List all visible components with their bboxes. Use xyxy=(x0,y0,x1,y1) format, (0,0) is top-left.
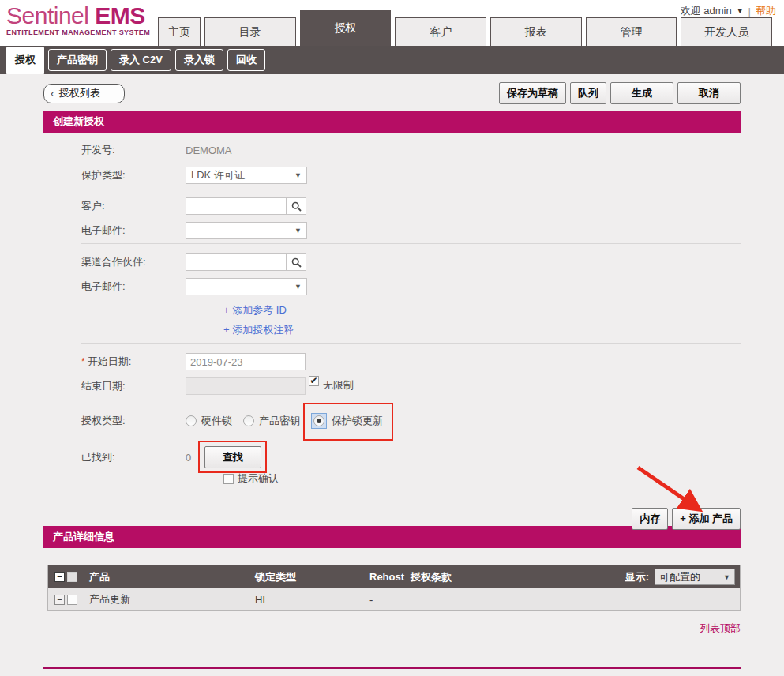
column-product: 产品 xyxy=(89,570,255,584)
back-label: 授权列表 xyxy=(59,86,100,100)
partner-email-select[interactable]: ▼ xyxy=(186,278,307,295)
radio-protection-key-update[interactable]: 保护锁更新 xyxy=(311,413,383,429)
radio-product-key-label: 产品密钥 xyxy=(259,414,300,428)
form-separator xyxy=(81,400,741,400)
secondary-nav: 授权 产品密钥 录入 C2V 录入锁 回收 xyxy=(0,46,784,74)
entitlement-type-label: 授权类型: xyxy=(43,414,186,428)
found-label: 已找到: xyxy=(43,450,186,464)
channel-partner-input[interactable] xyxy=(186,254,287,271)
protection-type-value: LDK 许可证 xyxy=(191,168,245,182)
back-to-entitlement-list-button[interactable]: ‹ 授权列表 xyxy=(43,84,125,103)
radio-protection-key-update-label: 保护锁更新 xyxy=(332,414,383,428)
add-ref-id-link[interactable]: + 添加参考 ID xyxy=(223,303,741,317)
show-label: 显示: xyxy=(625,570,649,584)
subtab-entitlements[interactable]: 授权 xyxy=(6,47,44,74)
top-header: Sentinel EMS ENTITLEMENT MANAGEMENT SYST… xyxy=(0,0,784,46)
tab-catalog[interactable]: 目录 xyxy=(204,17,296,46)
search-icon xyxy=(291,201,302,212)
create-entitlement-section-title: 创建新授权 xyxy=(43,111,741,133)
logo-title-light: Sentinel xyxy=(6,2,95,28)
start-date-label-text: 开始日期: xyxy=(88,355,132,367)
save-draft-button[interactable]: 保存为草稿 xyxy=(499,82,566,104)
radio-icon xyxy=(186,415,197,426)
select-caret-icon: ▼ xyxy=(294,171,302,179)
product-action-row: 内存 + 添加 产品 xyxy=(43,508,741,530)
tab-entitlements[interactable]: 授权 xyxy=(300,10,392,46)
products-table-header: − 产品 锁定类型 Rehost 授权条款 显示: 可配置的 ▼ xyxy=(48,565,740,588)
queue-button[interactable]: 队列 xyxy=(570,82,606,104)
customer-input[interactable] xyxy=(186,197,287,215)
column-rehost: Rehost xyxy=(369,571,411,583)
sentinel-ems-logo: Sentinel EMS ENTITLEMENT MANAGEMENT SYST… xyxy=(6,4,150,36)
products-table: − 产品 锁定类型 Rehost 授权条款 显示: 可配置的 ▼ − 产品更新 … xyxy=(47,565,741,611)
customer-email-label: 电子邮件: xyxy=(43,223,186,238)
radio-product-key[interactable]: 产品密钥 xyxy=(243,414,300,428)
start-date-input[interactable] xyxy=(186,353,306,370)
cell-product: 产品更新 xyxy=(89,592,255,607)
column-license-terms: 授权条款 xyxy=(411,570,625,584)
top-of-list-row: 列表顶部 xyxy=(43,621,741,636)
collapse-all-icon[interactable]: − xyxy=(54,572,65,582)
search-icon xyxy=(291,257,302,268)
top-of-list-link[interactable]: 列表顶部 xyxy=(700,622,741,634)
select-caret-icon: ▼ xyxy=(294,283,302,291)
logo-title-bold: EMS xyxy=(95,2,145,28)
add-entitlement-comment-link[interactable]: + 添加授权注释 xyxy=(223,323,741,337)
add-product-button[interactable]: + 添加 产品 xyxy=(672,508,741,530)
confirm-checkbox-label: 提示确认 xyxy=(238,471,279,486)
tab-customers[interactable]: 客户 xyxy=(395,17,486,46)
subtab-revoke[interactable]: 回收 xyxy=(227,49,265,71)
found-count: 0 xyxy=(186,452,203,464)
channel-partner-search-button[interactable] xyxy=(286,254,306,271)
subtab-checkin-key[interactable]: 录入锁 xyxy=(175,49,223,71)
unlimited-checkbox[interactable]: ✔ xyxy=(309,376,319,386)
radio-focus-highlight xyxy=(311,413,327,429)
back-chevron-icon: ‹ xyxy=(51,87,54,100)
subtab-checkin-c2v[interactable]: 录入 C2V xyxy=(111,49,171,71)
row-checkbox[interactable] xyxy=(67,595,77,605)
select-all-checkbox[interactable] xyxy=(67,572,77,582)
dev-id-label: 开发号: xyxy=(43,143,186,157)
sentinel-ems-page: Sentinel EMS ENTITLEMENT MANAGEMENT SYST… xyxy=(0,0,784,676)
collapse-row-icon[interactable]: − xyxy=(54,595,65,605)
form-separator xyxy=(81,243,741,244)
radio-icon xyxy=(243,415,254,426)
select-caret-icon: ▼ xyxy=(723,573,730,581)
unlimited-checkbox-label: 无限制 xyxy=(323,378,354,392)
customer-email-select[interactable]: ▼ xyxy=(186,222,307,239)
cell-locking-type: HL xyxy=(255,594,369,606)
tab-developers[interactable]: 开发人员 xyxy=(681,17,772,46)
entitlement-type-radio-group: 硬件锁 产品密钥 保护锁更新 xyxy=(186,413,383,429)
top-action-buttons: 保存为草稿 队列 生成 取消 xyxy=(499,82,741,104)
memory-button[interactable]: 内存 xyxy=(632,508,668,530)
select-caret-icon: ▼ xyxy=(294,227,302,235)
produce-button[interactable]: 生成 xyxy=(610,82,673,104)
tab-home[interactable]: 主页 xyxy=(158,17,201,46)
partner-email-label: 电子邮件: xyxy=(43,280,186,294)
cancel-button[interactable]: 取消 xyxy=(677,82,741,104)
top-toolbar: ‹ 授权列表 保存为草稿 队列 生成 取消 xyxy=(43,82,741,104)
logo-tagline: ENTITLEMENT MANAGEMENT SYSTEM xyxy=(6,28,150,36)
primary-nav: 主页 目录 授权 客户 报表 管理 开发人员 xyxy=(158,10,772,46)
dev-id-value: DEMOMA xyxy=(186,145,232,156)
column-locking-type: 锁定类型 xyxy=(255,570,369,584)
customer-label: 客户: xyxy=(43,199,186,213)
show-filter-value: 可配置的 xyxy=(659,570,700,584)
end-date-label: 结束日期: xyxy=(43,379,186,393)
cell-rehost: - xyxy=(369,594,411,606)
tab-reports[interactable]: 报表 xyxy=(490,17,582,46)
protection-type-select[interactable]: LDK 许可证 ▼ xyxy=(186,167,307,184)
subtab-product-keys[interactable]: 产品密钥 xyxy=(48,49,107,71)
required-asterisk: * xyxy=(81,356,85,367)
radio-hardware-key[interactable]: 硬件锁 xyxy=(186,414,232,428)
bottom-separator xyxy=(43,667,741,669)
logo-title: Sentinel EMS xyxy=(6,4,150,28)
channel-partner-label: 渠道合作伙伴: xyxy=(43,255,186,269)
customer-search-button[interactable] xyxy=(286,197,306,215)
find-button[interactable]: 查找 xyxy=(204,446,261,468)
start-date-label: *开始日期: xyxy=(43,355,186,369)
show-filter-select[interactable]: 可配置的 ▼ xyxy=(655,569,735,585)
confirm-checkbox[interactable] xyxy=(223,474,234,484)
radio-selected-icon xyxy=(313,415,324,426)
tab-administration[interactable]: 管理 xyxy=(586,17,677,46)
